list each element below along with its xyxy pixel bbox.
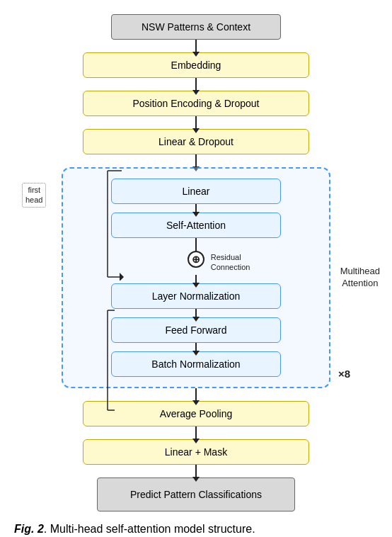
first-head-label: firsthead <box>22 183 46 208</box>
x8-label: ×8 <box>338 368 350 380</box>
avg-pooling-label: Average Pooling <box>160 408 232 419</box>
arrow-8 <box>195 343 197 351</box>
arrow-1 <box>195 40 197 52</box>
caption-bold: Fig. 2 <box>14 523 44 535</box>
layer-norm-label: Layer Normalization <box>152 290 241 302</box>
linear-dropout-label: Linear & Dropout <box>158 136 234 147</box>
arrow-6 <box>195 275 197 283</box>
arrow-9 <box>195 388 197 401</box>
arrow-7 <box>195 309 197 317</box>
caption-rest: . Multi-head self-attention model struct… <box>44 523 255 535</box>
ff-residual-area: Feed Forward Batch Normalization <box>104 309 288 377</box>
input-label: NSW Patterns & Context <box>142 21 250 33</box>
multihead-label: MultiheadAttention <box>340 266 380 290</box>
arrow-4 <box>195 154 197 167</box>
arrow-10 <box>195 426 197 439</box>
multihead-outer: firsthead Linear Self-Attention <box>47 167 345 388</box>
arrow-5 <box>195 204 197 213</box>
dashed-box: firsthead Linear Self-Attention <box>62 167 330 388</box>
inner-linear-label: Linear <box>183 186 210 197</box>
embedding-label: Embedding <box>171 60 221 71</box>
arrow-2 <box>195 78 197 91</box>
feed-forward-label: Feed Forward <box>165 324 226 336</box>
residual-circle: ⊕ <box>188 251 204 268</box>
output-label: Predict Pattern Classifications <box>130 489 262 500</box>
svg-marker-3 <box>120 273 124 281</box>
position-encoding-label: Position Encoding & Dropout <box>133 98 260 109</box>
residual-connection-label: ResidualConnection <box>211 252 250 273</box>
residual-area: ⊕ ResidualConnection <box>104 238 288 273</box>
output-node: Predict Pattern Classifications <box>97 477 295 511</box>
diagram: NSW Patterns & Context Embedding Positio… <box>7 14 385 511</box>
self-attention-label: Self-Attention <box>166 220 226 231</box>
arrow-11 <box>195 465 197 477</box>
batch-norm-label: Batch Normalization <box>151 358 240 370</box>
caption: Fig. 2. Multi-head self-attention model … <box>7 523 385 536</box>
input-node: NSW Patterns & Context <box>111 14 281 40</box>
linear-mask-label: Linear + Mask <box>165 446 227 458</box>
inner-linear-node: Linear <box>111 179 281 204</box>
arrow-3 <box>195 116 197 129</box>
